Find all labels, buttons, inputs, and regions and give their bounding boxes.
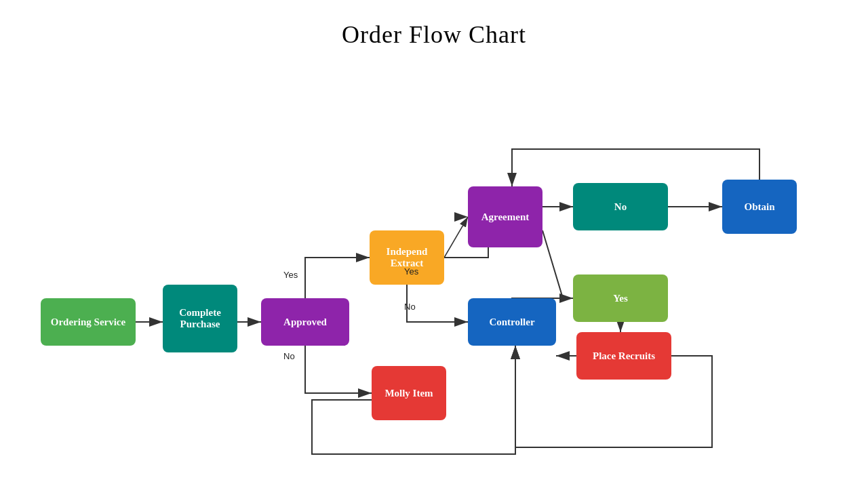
no-label-2: No bbox=[404, 302, 416, 312]
no-node: No bbox=[573, 183, 668, 230]
controller-node: Controller bbox=[468, 298, 556, 346]
svg-line-4 bbox=[444, 217, 468, 258]
agreement-node: Agreement bbox=[468, 186, 542, 247]
no-label-1: No bbox=[283, 351, 295, 361]
place-recruits-node: Place Recruits bbox=[576, 332, 671, 380]
flowchart: Ordering Service Complete Purchase Appro… bbox=[0, 68, 868, 488]
molly-item-node: Molly Item bbox=[372, 366, 446, 420]
obtain-node: Obtain bbox=[722, 180, 797, 234]
yes-node: Yes bbox=[573, 274, 668, 322]
yes-label-1: Yes bbox=[283, 270, 298, 280]
yes-label-2: Yes bbox=[404, 266, 418, 277]
independ-extract-node: Independ Extract bbox=[370, 230, 444, 285]
approved-node: Approved bbox=[261, 298, 349, 346]
complete-purchase-node: Complete Purchase bbox=[163, 285, 237, 352]
ordering-service-node: Ordering Service bbox=[41, 298, 136, 346]
page-title: Order Flow Chart bbox=[0, 0, 868, 49]
